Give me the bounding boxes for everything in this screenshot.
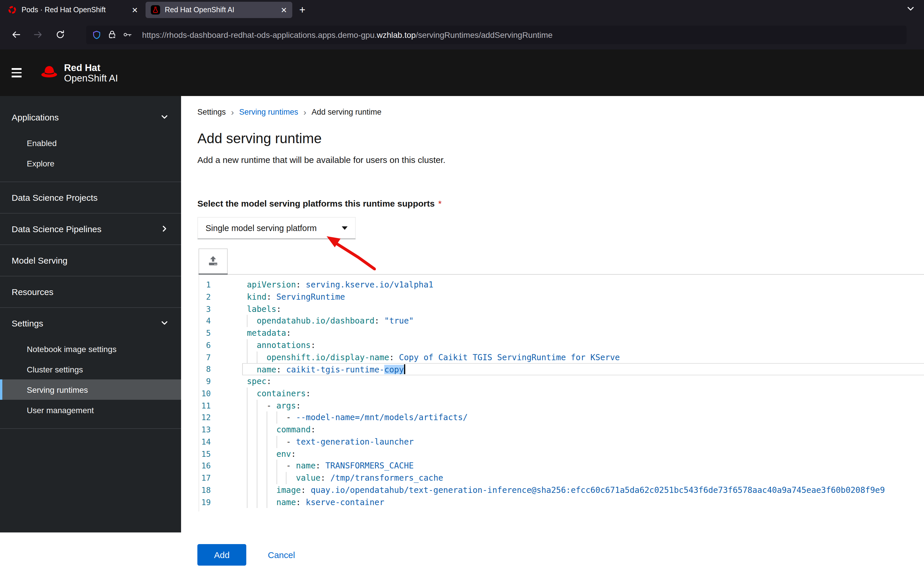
code-line-10[interactable]: 10 containers: (199, 388, 924, 400)
sidebar-item-notebook-image-settings[interactable]: Notebook image settings (0, 339, 181, 359)
code-line-14[interactable]: 14 - text-generation-launcher (199, 436, 924, 448)
brand-logo[interactable]: Red Hat OpenShift AI (38, 62, 118, 83)
shield-icon[interactable] (92, 30, 101, 39)
tab-title: Pods · Red Hat OpenShift (21, 6, 123, 14)
code-line-12[interactable]: 12 - --model-name=/mnt/models/artifacts/ (199, 412, 924, 424)
sidebar-nav: ApplicationsEnabledExploreData Science P… (0, 96, 181, 532)
indent-guide (257, 460, 257, 472)
line-number: 14 (199, 436, 211, 448)
add-button[interactable]: Add (197, 545, 246, 566)
code-line-9[interactable]: 9spec: (199, 375, 924, 388)
indent-guide (247, 496, 247, 508)
line-number: 9 (199, 375, 211, 388)
code-line-6[interactable]: 6 annotations: (199, 339, 924, 352)
code-line-16[interactable]: 16 - name: TRANSFORMERS_CACHE (199, 460, 924, 472)
tab-close-icon[interactable]: ✕ (281, 5, 287, 14)
indent-guide (276, 472, 277, 484)
code-line-3[interactable]: 3labels: (199, 303, 924, 315)
lock-warning-icon[interactable] (107, 29, 117, 39)
code-line-content: - --model-name=/mnt/models/artifacts/ (247, 412, 924, 424)
browser-tab-pods[interactable]: Pods · Red Hat OpenShift ✕ (2, 2, 143, 18)
sidebar-item-data-science-projects[interactable]: Data Science Projects (0, 182, 181, 213)
indent-guide (247, 448, 247, 460)
indent-guide (286, 472, 287, 484)
line-number: 16 (199, 460, 211, 472)
code-line-2[interactable]: 2kind: ServingRuntime (199, 291, 924, 303)
indent-guide (247, 484, 247, 496)
indent-guide (257, 472, 257, 484)
code-line-15[interactable]: 15 env: (199, 448, 924, 460)
platform-select-value: Single model serving platform (206, 224, 317, 233)
line-number: 18 (199, 484, 211, 496)
line-number: 19 (199, 496, 211, 508)
code-line-19[interactable]: 19 name: kserve-container (199, 496, 924, 508)
chevron-down-icon (161, 112, 168, 122)
sidebar-item-label: Resources (11, 287, 53, 297)
code-area[interactable]: 1apiVersion: serving.kserve.io/v1alpha12… (198, 275, 924, 512)
sidebar-item-settings[interactable]: Settings (0, 308, 181, 339)
indent-guide (266, 436, 267, 448)
code-line-content: apiVersion: serving.kserve.io/v1alpha1 (247, 279, 924, 291)
code-line-content: kind: ServingRuntime (247, 291, 924, 303)
sidebar-item-enabled[interactable]: Enabled (0, 132, 181, 153)
reload-icon[interactable] (51, 26, 69, 43)
platform-select-dropdown[interactable]: Single model serving platform (197, 217, 356, 239)
sidebar-item-data-science-pipelines[interactable]: Data Science Pipelines (0, 214, 181, 244)
sidebar-item-applications[interactable]: Applications (0, 102, 181, 132)
indent-guide (276, 436, 277, 448)
indent-guide (257, 351, 257, 363)
code-line-18[interactable]: 18 image: quay.io/opendatahub/text-gener… (199, 484, 924, 496)
code-line-content: value: /tmp/transformers_cache (247, 472, 924, 484)
line-number: 7 (199, 351, 211, 363)
code-line-17[interactable]: 17 value: /tmp/transformers_cache (199, 472, 924, 484)
indent-guide (247, 315, 247, 327)
indent-guide (257, 484, 257, 496)
browser-navbar: https://rhods-dashboard-redhat-ods-appli… (0, 20, 924, 49)
sidebar-item-label: Data Science Pipelines (11, 224, 102, 234)
cancel-button[interactable]: Cancel (268, 550, 295, 560)
code-line-13[interactable]: 13 command: (199, 424, 924, 436)
sidebar-item-cluster-settings[interactable]: Cluster settings (0, 359, 181, 379)
sidebar-item-model-serving[interactable]: Model Serving (0, 245, 181, 276)
indent-guide (247, 424, 247, 436)
code-line-content: metadata: (247, 327, 924, 339)
key-icon[interactable] (123, 29, 133, 39)
code-line-5[interactable]: 5metadata: (199, 327, 924, 339)
code-line-content: - name: TRANSFORMERS_CACHE (247, 460, 924, 472)
code-line-8[interactable]: 8 name: caikit-tgis-runtime-copy (199, 363, 924, 376)
breadcrumb-item-settings: Settings (197, 108, 226, 116)
code-line-4[interactable]: 4 opendatahub.io/dashboard: "true" (199, 315, 924, 327)
code-line-content: openshift.io/display-name: Copy of Caiki… (247, 351, 924, 363)
sidebar-item-user-management[interactable]: User management (0, 400, 181, 420)
upload-button[interactable] (198, 249, 228, 275)
code-line-content: containers: (247, 388, 924, 400)
code-line-1[interactable]: 1apiVersion: serving.kserve.io/v1alpha1 (199, 279, 924, 291)
sidebar-item-resources[interactable]: Resources (0, 276, 181, 307)
yaml-code-editor[interactable]: 1apiVersion: serving.kserve.io/v1alpha12… (198, 249, 924, 512)
new-tab-button[interactable]: + (299, 4, 305, 16)
sidebar-item-explore[interactable]: Explore (0, 153, 181, 173)
indent-guide (247, 388, 247, 400)
hamburger-menu-icon[interactable] (5, 61, 28, 84)
list-all-tabs-icon[interactable] (906, 5, 915, 15)
line-number: 1 (199, 279, 211, 291)
red-hat-fedora-icon (38, 65, 58, 81)
indent-guide (266, 424, 267, 436)
chevron-down-icon (342, 226, 347, 230)
code-line-11[interactable]: 11 - args: (199, 399, 924, 412)
indent-guide (266, 484, 267, 496)
breadcrumb: Settings›Serving runtimes›Add serving ru… (197, 108, 924, 116)
code-line-7[interactable]: 7 openshift.io/display-name: Copy of Cai… (199, 351, 924, 363)
indent-guide (247, 472, 247, 484)
forward-icon[interactable] (29, 26, 47, 43)
back-icon[interactable] (7, 26, 25, 43)
indent-guide (257, 399, 257, 412)
chevron-down-icon (161, 318, 168, 328)
tab-close-icon[interactable]: ✕ (131, 5, 138, 14)
url-bar[interactable]: https://rhods-dashboard-redhat-ods-appli… (86, 25, 906, 44)
line-number: 2 (199, 291, 211, 303)
sidebar-item-serving-runtimes[interactable]: Serving runtimes (0, 379, 181, 400)
breadcrumb-item-serving-runtimes[interactable]: Serving runtimes (239, 108, 298, 116)
browser-tab-openshift-ai[interactable]: Red Hat OpenShift AI ✕ (146, 2, 292, 18)
code-line-content: spec: (247, 375, 924, 388)
